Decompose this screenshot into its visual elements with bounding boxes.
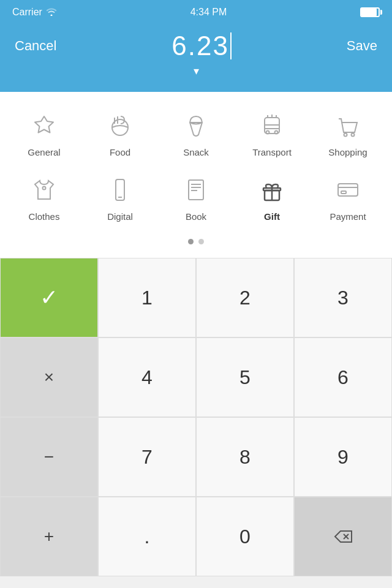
- num-9-button[interactable]: 9: [294, 417, 392, 497]
- transport-label: Transport: [252, 147, 292, 157]
- category-item-snack[interactable]: Snack: [158, 104, 234, 162]
- category-grid: General Food: [6, 104, 386, 227]
- category-item-digital[interactable]: Digital: [82, 168, 158, 227]
- category-item-payment[interactable]: Payment: [310, 168, 386, 227]
- backspace-icon: [333, 530, 353, 543]
- num-4-button[interactable]: 4: [98, 337, 196, 417]
- header-actions: Cancel 6.23 Save: [0, 24, 392, 67]
- category-item-shopping[interactable]: Shopping: [310, 104, 386, 162]
- svg-point-12: [344, 134, 347, 137]
- category-item-clothes[interactable]: Clothes: [6, 168, 82, 227]
- status-bar: Carrier 4:34 PM: [0, 0, 392, 24]
- general-icon: [28, 109, 61, 142]
- num-2-button[interactable]: 2: [196, 258, 294, 337]
- svg-point-7: [275, 131, 278, 134]
- header: Cancel 6.23 Save ▾: [0, 24, 392, 92]
- page-dots: [6, 235, 386, 252]
- carrier-label: Carrier: [12, 7, 42, 18]
- carrier-info: Carrier: [12, 7, 57, 18]
- battery-icon: [360, 7, 380, 17]
- num-5-button[interactable]: 5: [196, 337, 294, 417]
- amount-display: 6.23: [172, 31, 232, 61]
- category-item-transport[interactable]: Transport: [234, 104, 310, 162]
- food-icon: [104, 109, 137, 142]
- svg-point-13: [352, 134, 355, 137]
- food-label: Food: [110, 147, 130, 157]
- clothes-icon: [28, 173, 61, 206]
- category-item-gift[interactable]: Gift: [234, 168, 310, 227]
- book-label: Book: [186, 211, 206, 222]
- category-item-food[interactable]: Food: [82, 104, 158, 162]
- amount-value: 6.23: [172, 31, 229, 61]
- general-label: General: [28, 147, 60, 157]
- num-0-button[interactable]: 0: [196, 497, 294, 576]
- book-icon: [179, 173, 213, 206]
- payment-icon: [331, 173, 364, 206]
- gift-label: Gift: [264, 211, 280, 222]
- page-dot-1: [188, 239, 194, 244]
- svg-rect-24: [338, 184, 358, 196]
- digital-icon: [104, 173, 137, 206]
- clothes-label: Clothes: [29, 211, 60, 222]
- cursor: [230, 32, 232, 59]
- num-6-button[interactable]: 6: [294, 337, 392, 417]
- category-item-general[interactable]: General: [6, 104, 82, 162]
- numpad: ✓ 1 2 3 × 4 5 6 − 7 8 9 + . 0: [0, 258, 392, 576]
- wifi-icon: [46, 7, 57, 18]
- backspace-button[interactable]: [294, 497, 392, 576]
- category-item-book[interactable]: Book: [158, 168, 234, 227]
- svg-point-14: [43, 187, 46, 190]
- shopping-icon: [331, 109, 364, 142]
- svg-rect-26: [341, 191, 346, 194]
- plus-button[interactable]: +: [0, 497, 98, 576]
- multiply-button[interactable]: ×: [0, 337, 98, 417]
- svg-point-6: [266, 131, 270, 134]
- time-display: 4:34 PM: [190, 7, 227, 18]
- dot-button[interactable]: .: [98, 497, 196, 576]
- payment-label: Payment: [330, 211, 366, 222]
- num-7-button[interactable]: 7: [98, 417, 196, 497]
- snack-icon: [179, 109, 213, 142]
- num-1-button[interactable]: 1: [98, 258, 196, 337]
- category-section: General Food: [0, 92, 392, 258]
- minus-button[interactable]: −: [0, 417, 98, 497]
- gift-icon: [255, 173, 288, 206]
- page-dot-2: [198, 239, 204, 244]
- transport-icon: [255, 109, 288, 142]
- save-button[interactable]: Save: [347, 38, 377, 54]
- digital-label: Digital: [107, 211, 133, 222]
- cancel-button[interactable]: Cancel: [15, 38, 56, 54]
- num-3-button[interactable]: 3: [294, 258, 392, 337]
- num-8-button[interactable]: 8: [196, 417, 294, 497]
- shopping-label: Shopping: [328, 147, 367, 157]
- check-button[interactable]: ✓: [0, 258, 98, 337]
- snack-label: Snack: [183, 147, 209, 157]
